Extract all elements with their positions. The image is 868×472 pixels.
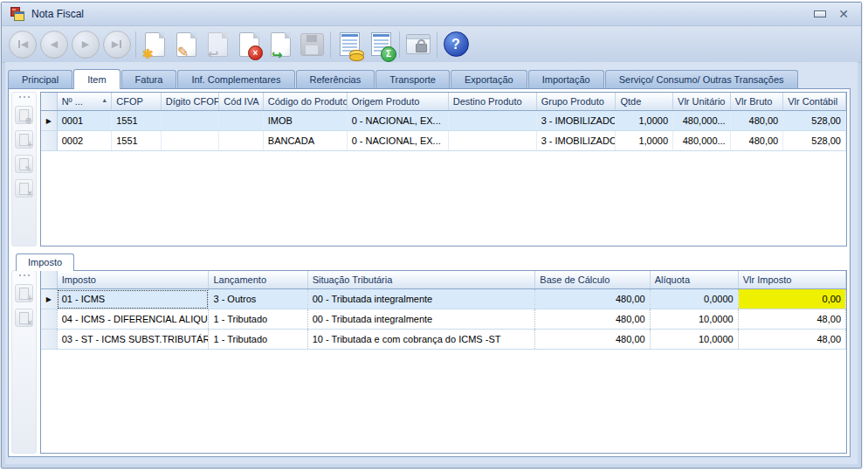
tab-referencias[interactable]: Referências bbox=[296, 70, 375, 88]
cell[interactable]: 480,00 bbox=[535, 330, 650, 350]
cell[interactable]: BANCADA bbox=[263, 131, 347, 151]
edit-record-button[interactable]: ✎ bbox=[170, 29, 202, 60]
cell[interactable] bbox=[161, 111, 219, 131]
cell[interactable]: 10,0000 bbox=[650, 309, 738, 330]
save-button[interactable] bbox=[296, 29, 327, 60]
help-button[interactable]: ? bbox=[440, 29, 472, 60]
cell[interactable] bbox=[448, 131, 536, 151]
column-header-vlr-unitario[interactable]: Vlr Unitário bbox=[673, 93, 731, 111]
column-header-aliquota[interactable]: Alíquota bbox=[650, 271, 738, 289]
column-header-cfop[interactable]: CFOP bbox=[112, 93, 162, 111]
column-header-n[interactable]: Nº ...▲ bbox=[57, 93, 112, 111]
invoice-totals-button[interactable]: Σ bbox=[365, 29, 396, 60]
cell[interactable]: 1,0000 bbox=[616, 131, 673, 151]
cell[interactable]: 1 - Tributado bbox=[209, 330, 307, 350]
row-indicator[interactable] bbox=[41, 131, 57, 151]
cell[interactable]: 01 - ICMS bbox=[57, 289, 209, 309]
cell[interactable]: 528,00 bbox=[783, 111, 846, 131]
tab-fatura[interactable]: Fatura bbox=[121, 70, 177, 88]
item-edit-button[interactable]: ✎ bbox=[15, 155, 33, 173]
cell[interactable]: 0 - NACIONAL, EX... bbox=[347, 111, 448, 131]
row-indicator[interactable]: ▶ bbox=[41, 289, 57, 309]
cell[interactable] bbox=[219, 111, 263, 131]
new-record-button[interactable]: ✱ bbox=[139, 29, 170, 60]
minimize-button[interactable] bbox=[814, 10, 826, 17]
column-header-base-de-calculo[interactable]: Base de Cálculo bbox=[535, 271, 650, 289]
undo-button[interactable]: ↩ bbox=[202, 29, 233, 60]
close-button[interactable]: ✕ bbox=[838, 10, 849, 18]
row-indicator[interactable] bbox=[41, 309, 57, 330]
row-indicator[interactable]: ▶ bbox=[41, 111, 57, 131]
last-record-button[interactable]: ▶ bbox=[101, 29, 133, 60]
cell[interactable]: 00 - Tributada integralmente bbox=[307, 289, 535, 309]
column-header-codigo-do-produto[interactable]: Código do Produto bbox=[263, 93, 347, 111]
cell[interactable]: 480,000... bbox=[673, 111, 731, 131]
tab-importacao[interactable]: Importação bbox=[528, 70, 604, 88]
column-header-situacao-tributaria[interactable]: Situação Tributária bbox=[307, 271, 535, 289]
tax-delete-button[interactable]: × bbox=[15, 309, 33, 327]
tab-servico-consumo-outras-transacoes[interactable]: Serviço/ Consumo/ Outras Transações bbox=[605, 70, 798, 88]
title-bar[interactable]: Nota Fiscal ✕ bbox=[2, 3, 861, 26]
cell[interactable]: 3 - IMOBILIZADO bbox=[536, 131, 616, 151]
cell[interactable]: 0002 bbox=[57, 131, 112, 151]
cell[interactable]: 480,00 bbox=[535, 309, 650, 330]
cell[interactable]: 480,00 bbox=[730, 111, 783, 131]
cell[interactable]: 480,00 bbox=[535, 289, 650, 309]
row-indicator[interactable] bbox=[41, 330, 57, 350]
cell[interactable]: 48,00 bbox=[738, 330, 845, 350]
cell[interactable]: 00 - Tributada integralmente bbox=[307, 309, 535, 330]
tab-inf-complementares[interactable]: Inf. Complementares bbox=[177, 70, 294, 88]
item-detail-button[interactable]: ⊕ bbox=[15, 106, 33, 124]
tab-principal[interactable]: Principal bbox=[8, 70, 72, 88]
cell[interactable]: 1 - Tributado bbox=[209, 309, 307, 330]
cell[interactable]: 03 - ST - ICMS SUBST.TRIBUTÁRIA bbox=[57, 330, 209, 350]
cell[interactable]: 10 - Tributada e com cobrança do ICMS -S… bbox=[307, 330, 535, 350]
cell[interactable]: 04 - ICMS - DIFERENCIAL ALIQU... bbox=[57, 309, 209, 330]
confirm-record-button[interactable]: ↪ bbox=[265, 29, 296, 60]
column-header-qtde[interactable]: Qtde bbox=[616, 93, 673, 111]
cell[interactable]: 480,00 bbox=[730, 131, 783, 151]
column-header-vlr-contabil[interactable]: Vlr Contábil bbox=[783, 93, 846, 111]
column-header-grupo-produto[interactable]: Grupo Produto bbox=[536, 93, 616, 111]
cell[interactable]: 480,000... bbox=[673, 131, 731, 151]
column-header-imposto[interactable]: Imposto bbox=[57, 271, 209, 289]
cell[interactable]: 1,0000 bbox=[616, 111, 673, 131]
next-record-button[interactable]: ▶ bbox=[70, 29, 101, 60]
column-header-lancamento[interactable]: Lançamento bbox=[209, 271, 307, 289]
cell[interactable]: 3 - IMOBILIZADO bbox=[536, 111, 616, 131]
item-add-button[interactable]: + bbox=[15, 130, 33, 149]
cell[interactable]: 528,00 bbox=[783, 131, 846, 151]
cell[interactable]: 0001 bbox=[57, 111, 112, 131]
cell[interactable]: 48,00 bbox=[738, 309, 845, 330]
tab-item[interactable]: Item bbox=[73, 69, 120, 89]
tab-transporte[interactable]: Transporte bbox=[375, 70, 450, 88]
cell[interactable]: 3 - Outros bbox=[209, 289, 307, 309]
item-delete-button[interactable]: × bbox=[15, 179, 33, 198]
first-record-button[interactable]: ◀ bbox=[7, 29, 38, 60]
cancel-record-button[interactable]: × bbox=[233, 29, 265, 60]
invoice-values-button[interactable] bbox=[334, 29, 365, 60]
cell[interactable]: 10,0000 bbox=[650, 330, 738, 350]
column-header-vlr-imposto[interactable]: Vlr Imposto bbox=[738, 271, 845, 289]
cell[interactable] bbox=[161, 131, 219, 151]
column-header-origem-produto[interactable]: Origem Produto bbox=[347, 93, 448, 111]
column-header-destino-produto[interactable]: Destino Produto bbox=[448, 93, 536, 111]
cell[interactable] bbox=[219, 131, 263, 151]
cell[interactable]: 1551 bbox=[112, 111, 162, 131]
cell[interactable]: IMOB bbox=[263, 111, 347, 131]
cell[interactable]: 0,0000 bbox=[650, 289, 738, 309]
column-header-vlr-bruto[interactable]: Vlr Bruto bbox=[730, 93, 783, 111]
cell[interactable]: 0 - NACIONAL, EX... bbox=[347, 131, 448, 151]
previous-record-button[interactable]: ◀ bbox=[38, 29, 70, 60]
cell[interactable]: 1551 bbox=[112, 131, 162, 151]
tab-imposto[interactable]: Imposto bbox=[16, 253, 74, 271]
tax-add-button[interactable]: + bbox=[15, 284, 33, 302]
cell[interactable]: 0,00 bbox=[738, 289, 845, 309]
tab-exportacao[interactable]: Exportação bbox=[451, 70, 527, 88]
column-header-cod-iva[interactable]: Cód IVA bbox=[219, 93, 263, 111]
padlock-icon bbox=[416, 44, 427, 52]
security-lock-button[interactable] bbox=[403, 29, 434, 60]
column-header-digito-cfop[interactable]: Dígito CFOP bbox=[161, 93, 219, 111]
next-record-icon: ▶ bbox=[72, 31, 100, 59]
cell[interactable] bbox=[448, 111, 536, 131]
